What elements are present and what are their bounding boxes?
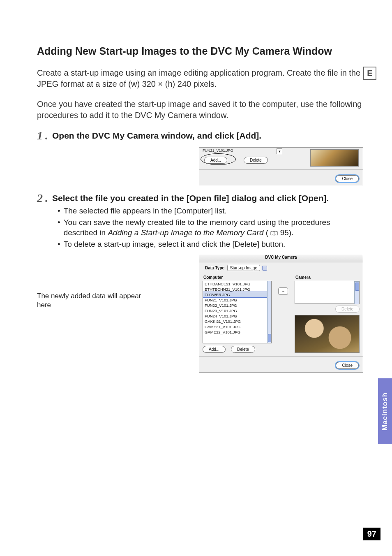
scrollbar[interactable] xyxy=(354,281,359,304)
close-button[interactable]: Close xyxy=(336,175,359,182)
screenshot-dvc-my-camera: DVC My Camera Data Type Start-up Image C… xyxy=(199,254,363,373)
bullet-2: You can save the newly created file to t… xyxy=(64,217,363,238)
screenshot-bottom-area: Close xyxy=(199,170,363,185)
annotation-leader-line xyxy=(124,295,160,295)
step-2-number: 2 xyxy=(37,192,43,204)
transfer-arrow-button[interactable]: → xyxy=(278,287,288,295)
close-button-2[interactable]: Close xyxy=(336,362,359,369)
add-button[interactable]: Add... xyxy=(204,157,227,164)
truncated-filename: FUN21_V101.JPG xyxy=(203,148,233,153)
bullet-icon: • xyxy=(58,217,60,228)
computer-column-label: Computer xyxy=(203,275,272,280)
intro-paragraph-1: Create a start-up image using an image e… xyxy=(37,67,363,90)
window-title: DVC My Camera xyxy=(199,254,363,262)
list-item[interactable]: FUN24_V101.JPG xyxy=(203,313,271,319)
screenshot-add-dialog: FUN21_V101.JPG ▾ Add... Delete Close xyxy=(199,147,363,185)
step-2-sublist: • The selected file appears in the [Comp… xyxy=(58,206,363,250)
delete-button-2[interactable]: Delete xyxy=(231,346,255,353)
bullet-2c: ( xyxy=(264,228,271,237)
data-type-row: Data Type Start-up Image xyxy=(205,265,360,271)
bullet-1: The selected file appears in the [Comput… xyxy=(64,206,363,216)
screenshot-top-area: FUN21_V101.JPG ▾ Add... Delete xyxy=(199,148,363,170)
bullet-icon: • xyxy=(58,206,60,216)
add-button-2[interactable]: Add... xyxy=(203,346,226,353)
data-type-select[interactable]: Start-up Image xyxy=(227,265,260,271)
delete-button[interactable]: Delete xyxy=(244,157,268,164)
step-2-dot: . xyxy=(45,192,48,204)
side-tab-macintosh: Macintosh xyxy=(378,378,392,444)
divider xyxy=(199,356,363,357)
list-item[interactable]: FUN21_V101.JPG xyxy=(203,297,271,303)
computer-listbox[interactable]: ETHDANCE21_V101.JPGETHTECHN21_V101.JPGFL… xyxy=(203,281,272,343)
list-item[interactable]: GAME21_V101.JPG xyxy=(203,324,271,329)
section-heading: Adding New Start-up Images to the DVC My… xyxy=(37,45,363,59)
bullet-icon: • xyxy=(58,239,60,250)
preview-thumbnail xyxy=(310,149,359,167)
list-item[interactable]: GAME22_V101.JPG xyxy=(203,329,271,335)
bullet-2p: 95). xyxy=(278,228,293,237)
bullet-2-italic: Adding a Start-up Image to the Memory Ca… xyxy=(108,228,263,237)
list-item[interactable]: FUN23_V101.JPG xyxy=(203,308,271,313)
scrollbar[interactable] xyxy=(267,281,271,343)
camera-column-label: Camera xyxy=(295,275,360,280)
select-stepper-icon[interactable] xyxy=(262,266,267,271)
dropdown-arrow-icon[interactable]: ▾ xyxy=(277,148,282,154)
intro-paragraph-2: Once you have created the start-up image… xyxy=(37,99,363,121)
page-number: 97 xyxy=(363,528,380,540)
list-item[interactable]: ETHTECHN21_V101.JPG xyxy=(203,287,271,292)
step-1-number: 1 xyxy=(37,130,43,141)
language-badge: E xyxy=(363,67,376,80)
step-1: 1 . Open the DVC My Camera window, and c… xyxy=(37,130,363,141)
bullet-3: To delete a start-up image, select it an… xyxy=(64,239,363,250)
delete-button-ghost: Delete xyxy=(335,306,360,313)
list-item[interactable]: FUN22_V101.JPG xyxy=(203,303,271,308)
step-2: 2 . Select the file you created in the [… xyxy=(37,192,363,204)
preview-image xyxy=(295,315,360,353)
book-icon xyxy=(270,228,278,233)
list-item[interactable]: ETHDANCE21_V101.JPG xyxy=(203,281,271,287)
list-item[interactable]: GAKKI21_V101.JPG xyxy=(203,319,271,324)
data-type-label: Data Type xyxy=(205,266,224,270)
step-2-text: Select the file you created in the [Open… xyxy=(52,192,363,204)
annotation-column: The newly added data will appear here xyxy=(37,254,144,310)
camera-listbox[interactable] xyxy=(295,281,360,304)
step-1-dot: . xyxy=(45,130,48,141)
list-item[interactable]: FLOWER.JPG xyxy=(203,292,271,297)
step-1-text: Open the DVC My Camera window, and click… xyxy=(52,130,363,141)
